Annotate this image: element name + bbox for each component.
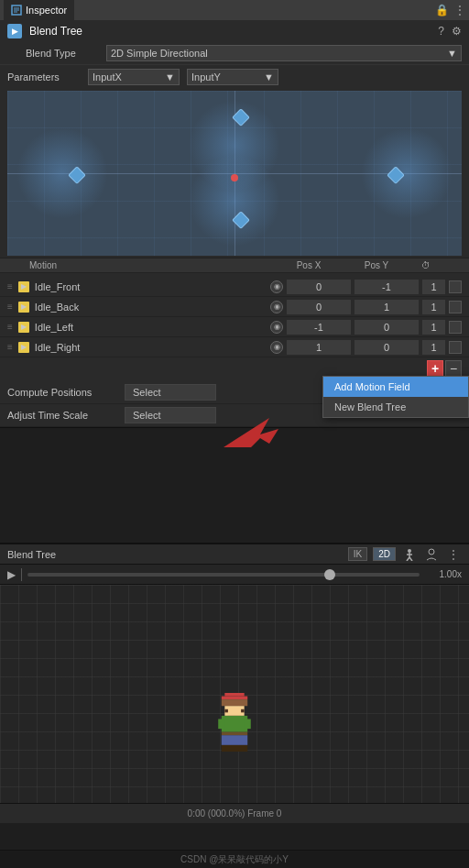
- timeline-label: 0:00 (000.0%) Frame 0: [188, 808, 282, 819]
- adjust-time-label: Adjust Time Scale: [7, 410, 117, 421]
- lock-icon[interactable]: 🔒: [435, 4, 449, 16]
- svg-rect-12: [222, 697, 247, 700]
- timeline-divider: [21, 568, 22, 581]
- motion-posy-3[interactable]: [354, 340, 419, 355]
- svg-rect-13: [222, 699, 247, 706]
- add-motion-btn[interactable]: +: [427, 360, 443, 377]
- motion-table-header: Motion Pos X Pos Y ⏱: [0, 258, 469, 273]
- more-icon[interactable]: ⋮: [445, 546, 462, 563]
- param-y-dropdown[interactable]: InputY ▼: [187, 69, 278, 85]
- blend-viz[interactable]: [7, 91, 462, 256]
- svg-rect-21: [222, 732, 247, 736]
- timeline-thumb[interactable]: [324, 569, 335, 580]
- speed-label: 1.00x: [425, 569, 462, 579]
- motion-time-1[interactable]: [422, 300, 445, 314]
- motion-name-1: Idle_Back: [35, 302, 267, 313]
- motion-posx-2[interactable]: [287, 320, 351, 335]
- glow-right: [361, 127, 453, 219]
- tab-icons: 🔒 ⋮: [435, 4, 465, 16]
- svg-rect-16: [241, 709, 245, 713]
- blend-type-label: Blend Type: [26, 48, 99, 59]
- motion-row-2[interactable]: ≡ ▶ Idle_Left ◉: [0, 317, 469, 337]
- character-sprite: [213, 693, 256, 752]
- motion-cb-0[interactable]: [449, 280, 462, 293]
- figure-icon[interactable]: [401, 546, 418, 563]
- bottom-panel-header: Blend Tree IK 2D ⋮: [0, 544, 469, 565]
- svg-rect-22: [222, 735, 234, 745]
- param-x-dropdown[interactable]: InputX ▼: [88, 69, 180, 85]
- menu-icon[interactable]: ⋮: [454, 4, 465, 16]
- motion-row-1[interactable]: ≡ ▶ Idle_Back ◉: [0, 297, 469, 317]
- timeline-track[interactable]: [27, 573, 420, 577]
- context-item-0-label: Add Motion Field: [334, 381, 410, 392]
- svg-rect-11: [224, 693, 244, 697]
- context-add-motion-field[interactable]: Add Motion Field: [323, 377, 468, 397]
- settings-icon[interactable]: ⚙: [452, 25, 462, 38]
- param-y-value: InputY: [191, 71, 221, 82]
- blend-type-value: 2D Simple Directional: [111, 48, 208, 59]
- adjust-time-select[interactable]: Select: [125, 407, 216, 423]
- motion-posy-2[interactable]: [354, 320, 419, 335]
- blend-type-select[interactable]: 2D Simple Directional ▼: [106, 45, 462, 61]
- blend-center-point[interactable]: [231, 174, 238, 181]
- blend-tree-title: Blend Tree: [29, 25, 431, 38]
- motion-row-3[interactable]: ≡ ▶ Idle_Right ◉: [0, 337, 469, 357]
- svg-rect-25: [234, 745, 247, 752]
- bottom-panel-title: Blend Tree: [7, 549, 348, 560]
- tab-inspector[interactable]: Inspector: [4, 0, 74, 20]
- motion-row-0[interactable]: ≡ ▶ Idle_Front ◉: [0, 277, 469, 297]
- remove-icon: −: [450, 361, 457, 376]
- blend-tree-icon: ▶: [7, 24, 22, 38]
- params-label: Parameters: [7, 71, 81, 82]
- col-posy-header: Pos Y: [344, 260, 409, 270]
- add-remove-row: + − Add Motion Field New Blend Tree: [0, 357, 469, 379]
- tab-bar: Inspector 🔒 ⋮: [0, 0, 469, 20]
- motion-cb-3[interactable]: [449, 341, 462, 354]
- motion-cb-1[interactable]: [449, 301, 462, 313]
- help-icon[interactable]: ?: [438, 25, 444, 38]
- motion-posx-0[interactable]: [287, 280, 351, 294]
- motion-select-2[interactable]: ◉: [270, 321, 283, 334]
- motion-posy-0[interactable]: [354, 280, 419, 294]
- motion-posx-1[interactable]: [287, 300, 351, 314]
- motion-time-2[interactable]: [422, 320, 445, 335]
- motion-posy-1[interactable]: [354, 300, 419, 314]
- drag-handle-3[interactable]: ≡: [7, 342, 13, 352]
- anim-viewport: 0:00 (000.0%) Frame 0: [0, 585, 469, 823]
- drag-handle-2[interactable]: ≡: [7, 322, 13, 332]
- play-button[interactable]: ▶: [7, 568, 16, 581]
- watermark-text: CSDN @呆呆敲代码的小Y: [180, 853, 289, 866]
- motion-icon-2: ▶: [18, 322, 29, 333]
- motion-select-1[interactable]: ◉: [270, 301, 283, 313]
- motion-cb-2[interactable]: [449, 321, 462, 334]
- context-menu: Add Motion Field New Blend Tree: [322, 376, 469, 418]
- ik-button[interactable]: IK: [348, 547, 367, 561]
- bottom-panel: Blend Tree IK 2D ⋮: [0, 543, 469, 868]
- param-x-value: InputX: [93, 71, 122, 82]
- motion-name-3: Idle_Right: [35, 342, 267, 353]
- svg-rect-15: [224, 709, 228, 713]
- motion-name-2: Idle_Left: [35, 322, 267, 333]
- context-new-blend-tree[interactable]: New Blend Tree: [323, 397, 468, 417]
- drag-handle-0[interactable]: ≡: [7, 281, 13, 291]
- blend-type-arrow: ▼: [447, 48, 457, 59]
- inspector-icon: [11, 5, 22, 16]
- col-motion-header: Motion: [29, 260, 273, 270]
- svg-rect-18: [222, 716, 247, 732]
- drag-handle-1[interactable]: ≡: [7, 302, 13, 312]
- svg-rect-19: [218, 719, 224, 729]
- motion-select-3[interactable]: ◉: [270, 341, 283, 354]
- motion-time-3[interactable]: [422, 340, 445, 355]
- timeline-bar: ▶ 1.00x: [0, 565, 469, 585]
- param-x-arrow: ▼: [165, 71, 175, 82]
- motion-table: ≡ ▶ Idle_Front ◉ ≡ ▶ Idle_Back ◉ ≡ ▶ Idl…: [0, 277, 469, 357]
- remove-motion-btn[interactable]: −: [445, 360, 462, 377]
- avatar-icon[interactable]: [423, 546, 440, 563]
- 2d-button[interactable]: 2D: [373, 547, 396, 561]
- compute-positions-value: Select: [133, 387, 161, 398]
- motion-time-0[interactable]: [422, 280, 445, 294]
- compute-positions-select[interactable]: Select: [125, 384, 216, 401]
- motion-select-0[interactable]: ◉: [270, 280, 283, 293]
- motion-posx-3[interactable]: [287, 340, 351, 355]
- motion-icon-3: ▶: [18, 342, 29, 353]
